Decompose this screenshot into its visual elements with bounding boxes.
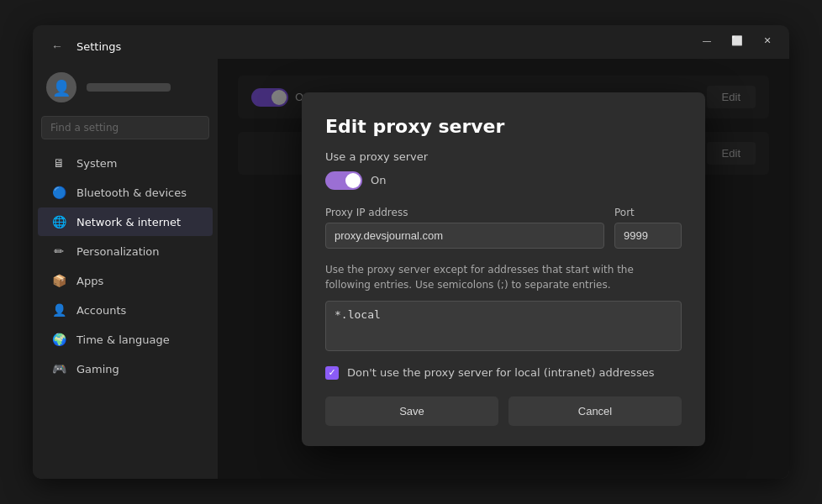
window-title: Settings [76, 40, 121, 53]
cancel-button[interactable]: Cancel [508, 396, 682, 426]
checkbox-label: Don't use the proxy server for local (in… [347, 366, 654, 379]
sidebar-label-accounts: Accounts [76, 304, 126, 317]
back-button[interactable]: ← [46, 38, 68, 55]
proxy-toggle-modal[interactable] [325, 171, 362, 190]
close-button[interactable]: ✕ [756, 32, 779, 49]
sidebar-label-personalization: Personalization [76, 245, 160, 258]
modal-actions: Save Cancel [325, 396, 682, 426]
sidebar-item-bluetooth[interactable]: 🔵Bluetooth & devices [38, 178, 213, 207]
toggle-on-text: On [371, 174, 386, 186]
username-bar [87, 83, 171, 92]
gaming-icon: 🎮 [51, 361, 66, 376]
search-box[interactable]: Find a setting [41, 116, 209, 139]
port-input[interactable] [614, 223, 682, 249]
proxy-ip-label: Proxy IP address [325, 207, 604, 218]
sidebar-label-gaming: Gaming [76, 363, 119, 375]
modal-title: Edit proxy server [325, 116, 682, 137]
toggle-row: On [325, 171, 682, 190]
sidebar-label-bluetooth: Bluetooth & devices [76, 186, 187, 199]
apps-icon: 📦 [51, 273, 66, 288]
avatar: 👤 [46, 72, 76, 102]
proxy-ip-group: Proxy IP address [325, 207, 604, 249]
main-content: 👤 Find a setting 🖥System🔵Bluetooth & dev… [33, 59, 789, 479]
main-panel: On Edit Edit Edit proxy server Use a pro… [218, 59, 789, 479]
minimize-button[interactable]: — [695, 32, 719, 49]
ip-port-row: Proxy IP address Port [325, 207, 682, 249]
toggle-thumb-modal [345, 173, 361, 188]
save-button[interactable]: Save [325, 396, 498, 426]
personalization-icon: ✏️ [51, 244, 66, 259]
sidebar-item-apps[interactable]: 📦Apps [38, 266, 213, 295]
sidebar-label-apps: Apps [76, 275, 103, 287]
network-icon: 🌐 [51, 214, 66, 229]
local-intranet-checkbox[interactable]: ✓ [325, 366, 339, 380]
sidebar-item-personalization[interactable]: ✏️Personalization [38, 237, 213, 265]
checkbox-row: ✓ Don't use the proxy server for local (… [325, 366, 682, 380]
maximize-button[interactable]: ⬜ [725, 32, 749, 49]
port-label: Port [614, 207, 682, 218]
exclusion-textarea[interactable] [325, 301, 682, 351]
sidebar-label-system: System [76, 157, 117, 170]
use-proxy-label: Use a proxy server [325, 150, 682, 163]
user-section: 👤 [33, 66, 218, 116]
bluetooth-icon: 🔵 [51, 185, 66, 200]
exceptions-hint: Use the proxy server except for addresse… [325, 262, 682, 292]
settings-window: ← Settings — ⬜ ✕ 👤 Find a setting 🖥Syste… [33, 25, 789, 479]
edit-proxy-modal: Edit proxy server Use a proxy server On … [302, 92, 705, 446]
sidebar: 👤 Find a setting 🖥System🔵Bluetooth & dev… [33, 59, 218, 479]
sidebar-item-accounts[interactable]: 👤Accounts [38, 296, 213, 324]
sidebar-item-gaming[interactable]: 🎮Gaming [38, 354, 213, 383]
modal-overlay: Edit proxy server Use a proxy server On … [218, 59, 789, 479]
port-group: Port [614, 207, 682, 249]
sidebar-item-time[interactable]: 🌍Time & language [38, 325, 213, 354]
title-bar: ← Settings — ⬜ ✕ [33, 25, 789, 59]
proxy-ip-input[interactable] [325, 223, 604, 249]
sidebar-item-system[interactable]: 🖥System [38, 149, 213, 177]
accounts-icon: 👤 [51, 302, 66, 318]
sidebar-label-time: Time & language [76, 333, 170, 346]
system-icon: 🖥 [51, 155, 66, 171]
search-input[interactable]: Find a setting [50, 122, 119, 134]
time-icon: 🌍 [51, 332, 66, 347]
sidebar-label-network: Network & internet [76, 216, 181, 228]
window-controls: — ⬜ ✕ [695, 32, 779, 49]
sidebar-item-network[interactable]: 🌐Network & internet [38, 207, 213, 236]
